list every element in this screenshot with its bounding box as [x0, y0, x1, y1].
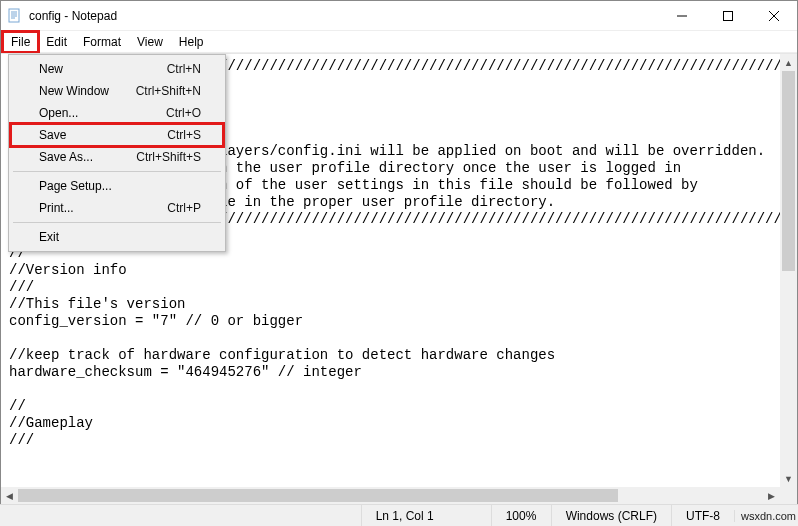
menu-item-open[interactable]: Open... Ctrl+O [11, 102, 223, 124]
menu-item-new-window[interactable]: New Window Ctrl+Shift+N [11, 80, 223, 102]
menu-item-new[interactable]: New Ctrl+N [11, 58, 223, 80]
menu-separator [13, 171, 221, 172]
vertical-scrollbar[interactable]: ▲ ▼ [780, 54, 797, 487]
menu-help[interactable]: Help [171, 32, 212, 52]
menu-item-label: Print... [39, 201, 74, 215]
menu-item-save[interactable]: Save Ctrl+S [11, 124, 223, 146]
scroll-thumb[interactable] [782, 71, 795, 271]
menu-item-shortcut: Ctrl+Shift+N [136, 84, 201, 98]
menu-item-page-setup[interactable]: Page Setup... [11, 175, 223, 197]
menu-item-label: New Window [39, 84, 109, 98]
scroll-left-icon[interactable]: ◀ [1, 487, 18, 504]
statusbar: Ln 1, Col 1 100% Windows (CRLF) UTF-8 ws… [0, 504, 798, 526]
menu-separator [13, 222, 221, 223]
maximize-button[interactable] [705, 1, 751, 31]
horizontal-scrollbar[interactable]: ◀ ▶ [1, 487, 780, 504]
menubar: File Edit Format View Help [1, 31, 797, 53]
status-zoom: 100% [491, 505, 551, 526]
menu-item-label: Exit [39, 230, 59, 244]
menu-format[interactable]: Format [75, 32, 129, 52]
menu-item-label: Save As... [39, 150, 93, 164]
menu-edit[interactable]: Edit [38, 32, 75, 52]
close-button[interactable] [751, 1, 797, 31]
menu-item-save-as[interactable]: Save As... Ctrl+Shift+S [11, 146, 223, 168]
scroll-down-icon[interactable]: ▼ [780, 470, 797, 487]
notepad-icon [7, 8, 23, 24]
menu-item-label: Open... [39, 106, 78, 120]
menu-view[interactable]: View [129, 32, 171, 52]
menu-item-print[interactable]: Print... Ctrl+P [11, 197, 223, 219]
scroll-corner [780, 487, 797, 504]
menu-item-shortcut: Ctrl+N [167, 62, 201, 76]
menu-item-label: Save [39, 128, 66, 142]
menu-file[interactable]: File [3, 32, 38, 52]
scroll-up-icon[interactable]: ▲ [780, 54, 797, 71]
watermark-text: wsxdn.com [734, 510, 798, 522]
window-controls [659, 1, 797, 31]
menu-item-shortcut: Ctrl+O [166, 106, 201, 120]
status-encoding: UTF-8 [671, 505, 734, 526]
menu-item-shortcut: Ctrl+P [167, 201, 201, 215]
window-title: config - Notepad [29, 9, 117, 23]
status-line-ending: Windows (CRLF) [551, 505, 671, 526]
minimize-button[interactable] [659, 1, 705, 31]
status-position: Ln 1, Col 1 [361, 505, 491, 526]
menu-item-shortcut: Ctrl+S [167, 128, 201, 142]
menu-item-label: Page Setup... [39, 179, 112, 193]
scroll-right-icon[interactable]: ▶ [763, 487, 780, 504]
menu-item-shortcut: Ctrl+Shift+S [136, 150, 201, 164]
menu-item-exit[interactable]: Exit [11, 226, 223, 248]
svg-rect-6 [724, 11, 733, 20]
menu-item-label: New [39, 62, 63, 76]
titlebar: config - Notepad [1, 1, 797, 31]
scroll-thumb[interactable] [18, 489, 618, 502]
file-menu-dropdown: New Ctrl+N New Window Ctrl+Shift+N Open.… [8, 54, 226, 252]
